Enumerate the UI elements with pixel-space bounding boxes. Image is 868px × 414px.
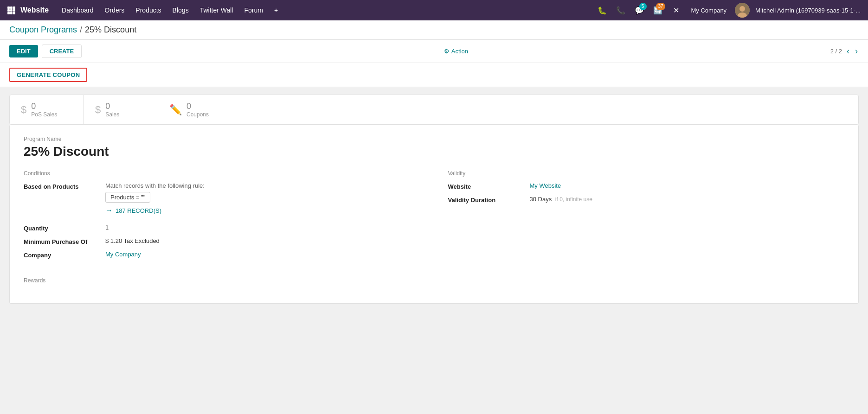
svg-rect-6 xyxy=(7,12,10,14)
min-purchase-row: Minimum Purchase Of $ 1.20 Tax Excluded xyxy=(24,237,420,245)
form-sections: Conditions Based on Products Match recor… xyxy=(24,170,844,264)
arrow-right-icon: → xyxy=(105,206,113,215)
prev-button[interactable]: ‹ xyxy=(846,45,850,57)
action-button[interactable]: ⚙ Action xyxy=(438,45,474,57)
svg-rect-1 xyxy=(10,6,13,9)
records-link[interactable]: → 187 RECORD(S) xyxy=(105,206,420,215)
based-on-value: Match records with the following rule: P… xyxy=(105,182,420,218)
dollar-icon-pos: $ xyxy=(21,104,26,116)
generate-coupon-row: GENERATE COUPON xyxy=(0,63,868,87)
edit-button[interactable]: EDIT xyxy=(9,45,38,57)
generate-coupon-button[interactable]: GENERATE COUPON xyxy=(9,68,87,82)
validity-section: Validity Website My Website Validity Dur… xyxy=(448,170,845,264)
breadcrumb-separator: / xyxy=(80,25,82,35)
sales-label: Sales xyxy=(105,111,119,118)
svg-rect-4 xyxy=(10,9,13,12)
duration-row: Validity Duration 30 Days if 0, infinite… xyxy=(448,196,845,204)
grid-menu-icon[interactable] xyxy=(4,3,19,18)
top-navigation: Website Dashboard Orders Products Blogs … xyxy=(0,0,868,20)
pos-sales-label: PoS Sales xyxy=(31,111,57,118)
app-brand: Website xyxy=(20,6,49,14)
dollar-icon-sales: $ xyxy=(95,104,101,116)
min-purchase-label: Minimum Purchase Of xyxy=(24,237,98,245)
svg-rect-7 xyxy=(10,12,13,14)
stat-coupons[interactable]: ✏️ 0 Coupons xyxy=(158,95,232,124)
main-content: $ 0 PoS Sales $ 0 Sales ✏️ 0 Coupons Pro… xyxy=(0,87,868,311)
quantity-label: Quantity xyxy=(24,224,98,232)
svg-rect-0 xyxy=(7,6,10,9)
tag-icon-coupons: ✏️ xyxy=(169,104,182,116)
company-value[interactable]: My Company xyxy=(105,251,141,258)
form-card: Program Name 25% Discount Conditions Bas… xyxy=(9,125,859,304)
records-count: 187 RECORD(S) xyxy=(116,207,161,214)
company-selector[interactable]: My Company xyxy=(687,7,732,14)
svg-point-10 xyxy=(739,6,745,12)
nav-dashboard[interactable]: Dashboard xyxy=(56,0,99,20)
based-on-row: Based on Products Match records with the… xyxy=(24,182,420,218)
next-button[interactable]: › xyxy=(854,45,859,57)
conditions-section: Conditions Based on Products Match recor… xyxy=(24,170,420,264)
quantity-row: Quantity 1 xyxy=(24,224,420,232)
record-toolbar: EDIT CREATE ⚙ Action 2 / 2 ‹ › xyxy=(0,40,868,63)
sales-number: 0 xyxy=(105,102,119,111)
phone-icon-btn[interactable]: 📞 xyxy=(612,2,629,19)
messages-badge: 5 xyxy=(639,3,647,10)
based-on-label: Based on Products xyxy=(24,182,98,190)
coupons-label: Coupons xyxy=(186,111,209,118)
create-button[interactable]: CREATE xyxy=(42,45,82,58)
nav-products[interactable]: Products xyxy=(130,0,167,20)
min-purchase-value: $ 1.20 Tax Excluded xyxy=(105,237,420,244)
stat-pos-sales[interactable]: $ 0 PoS Sales xyxy=(10,95,84,124)
top-menu: Dashboard Orders Products Blogs Twitter … xyxy=(56,0,593,20)
filter-tag[interactable]: Products = "" xyxy=(105,192,150,203)
user-avatar[interactable] xyxy=(735,3,750,18)
website-label: Website xyxy=(448,182,522,190)
top-actions: 🐛 📞 💬 5 🔄 37 ✕ My Company Mitchell Admin… xyxy=(594,2,864,19)
breadcrumb-parent[interactable]: Coupon Programs xyxy=(9,25,77,35)
company-row: Company My Company xyxy=(24,251,420,259)
breadcrumb-current: 25% Discount xyxy=(85,25,136,35)
messages-icon-btn[interactable]: 💬 5 xyxy=(631,2,648,19)
stat-sales[interactable]: $ 0 Sales xyxy=(84,95,158,124)
nav-add[interactable]: + xyxy=(269,0,283,20)
match-rule-text: Match records with the following rule: xyxy=(105,182,420,189)
svg-rect-5 xyxy=(13,9,15,12)
breadcrumb: Coupon Programs / 25% Discount xyxy=(0,20,868,40)
duration-label: Validity Duration xyxy=(448,196,522,204)
nav-orders[interactable]: Orders xyxy=(99,0,130,20)
svg-rect-2 xyxy=(13,6,15,9)
nav-blogs[interactable]: Blogs xyxy=(167,0,194,20)
nav-forum[interactable]: Forum xyxy=(238,0,268,20)
website-row: Website My Website xyxy=(448,182,845,190)
pagination-count: 2 / 2 xyxy=(830,48,842,55)
program-name-value: 25% Discount xyxy=(24,144,844,159)
updates-badge: 37 xyxy=(656,3,665,10)
bug-icon-btn[interactable]: 🐛 xyxy=(594,2,611,19)
user-name[interactable]: Mitchell Admin (16970939-saas-15-1-... xyxy=(752,7,864,14)
stats-row: $ 0 PoS Sales $ 0 Sales ✏️ 0 Coupons xyxy=(9,95,859,125)
svg-rect-3 xyxy=(7,9,10,12)
company-label: Company xyxy=(24,251,98,259)
rewards-title: Rewards xyxy=(24,277,844,284)
duration-value: 30 Days if 0, infinite use xyxy=(530,196,845,203)
updates-icon-btn[interactable]: 🔄 37 xyxy=(649,2,666,19)
duration-hint: if 0, infinite use xyxy=(555,196,592,203)
coupons-number: 0 xyxy=(186,102,209,111)
pos-sales-number: 0 xyxy=(31,102,57,111)
program-name-label: Program Name xyxy=(24,136,844,142)
pagination: 2 / 2 ‹ › xyxy=(830,45,859,57)
gear-icon: ⚙ xyxy=(444,48,450,55)
website-value[interactable]: My Website xyxy=(530,182,561,189)
conditions-title: Conditions xyxy=(24,170,420,177)
quantity-value: 1 xyxy=(105,224,420,231)
close-icon-btn[interactable]: ✕ xyxy=(668,2,685,19)
validity-title: Validity xyxy=(448,170,845,177)
nav-twitter-wall[interactable]: Twitter Wall xyxy=(194,0,239,20)
svg-rect-8 xyxy=(13,12,15,14)
